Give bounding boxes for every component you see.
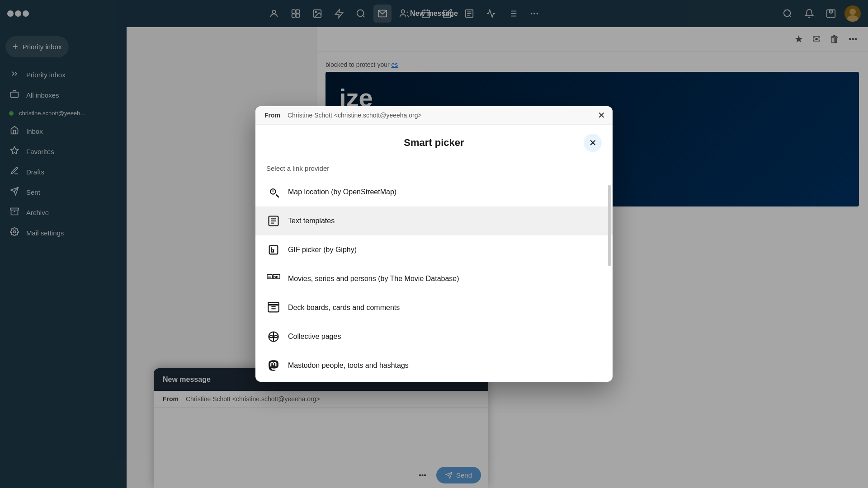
modal-subtitle: Select a link provider	[255, 159, 613, 176]
modal-from-label: From	[264, 112, 280, 119]
movies-label: Movies, series and persons (by The Movie…	[288, 275, 459, 283]
svg-rect-55	[268, 305, 278, 312]
map-location-label: Map location (by OpenStreetMap)	[288, 188, 396, 196]
collective-pages-icon	[266, 329, 281, 344]
deck-boards-label: Deck boards, cards and comments	[288, 304, 400, 312]
list-item-text-templates[interactable]: Text templates	[255, 206, 613, 235]
map-location-icon	[266, 185, 281, 199]
modal-title: Smart picker	[284, 137, 584, 149]
text-templates-label: Text templates	[288, 217, 335, 225]
mastodon-label: Mastodon people, toots and hashtags	[288, 361, 409, 370]
list-item-mastodon[interactable]: Mastodon people, toots and hashtags	[255, 351, 613, 380]
text-templates-icon	[266, 214, 281, 228]
mastodon-icon	[266, 358, 281, 373]
list-item-collective-pages[interactable]: Collective pages	[255, 322, 613, 351]
list-item-deck-boards[interactable]: Deck boards, cards and comments	[255, 293, 613, 322]
movies-icon: TM DB	[266, 272, 281, 286]
gif-picker-icon	[266, 243, 281, 257]
svg-line-45	[276, 195, 279, 197]
list-item-map-location[interactable]: Map location (by OpenStreetMap)	[255, 178, 613, 206]
svg-text:DB: DB	[274, 275, 278, 279]
outer-close-button[interactable]: ✕	[598, 110, 605, 121]
deck-boards-icon	[266, 300, 281, 315]
svg-rect-56	[268, 302, 278, 305]
collective-pages-label: Collective pages	[288, 333, 341, 341]
list-item-movies[interactable]: TM DB Movies, series and persons (by The…	[255, 264, 613, 293]
modal-from-bar: From Christine Schott <christine.schott@…	[255, 106, 613, 125]
modal-close-button[interactable]: ✕	[584, 134, 602, 152]
list-item-gif-picker[interactable]: GIF picker (by Giphy)	[255, 235, 613, 264]
gif-picker-label: GIF picker (by Giphy)	[288, 246, 357, 254]
modal-scrollbar[interactable]	[608, 185, 611, 266]
smart-picker-modal: From Christine Schott <christine.schott@…	[255, 106, 613, 382]
modal-list: Map location (by OpenStreetMap) Text tem…	[255, 176, 613, 382]
modal-from-email: Christine Schott <christine.schott@yeeeh…	[288, 112, 422, 119]
modal-header: Smart picker ✕	[255, 125, 613, 159]
svg-text:TM: TM	[268, 276, 271, 279]
